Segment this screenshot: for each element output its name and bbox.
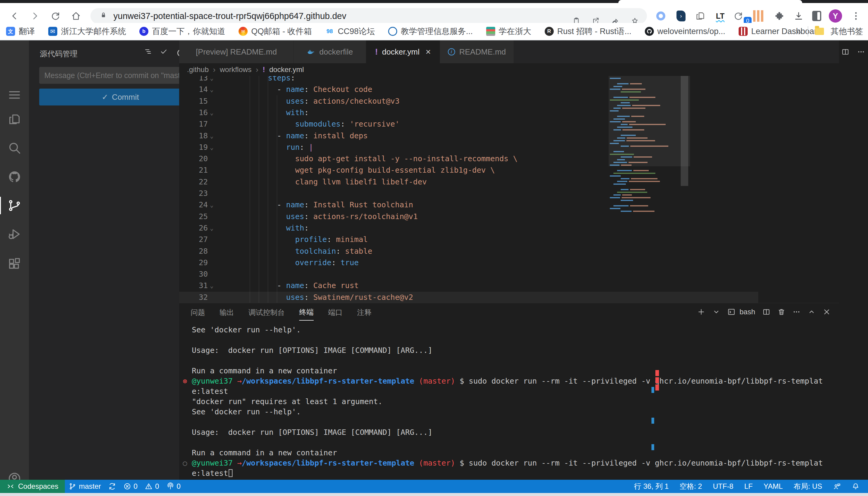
statusbar-cursor-position[interactable]: 行 36, 列 1 [634,480,669,493]
close-panel-icon[interactable] [823,308,830,316]
code-line[interactable]: clang llvm libelf1 libelf-dev [250,176,427,188]
view-as-list-icon[interactable] [144,48,152,56]
breadcrumb-item[interactable]: .github [187,65,209,74]
bookmark-rust[interactable]: RRust 招聘 - Rust语... [545,26,631,37]
extension-copy-icon[interactable] [694,9,707,22]
statusbar-problems-warnings[interactable]: 0 [141,480,163,493]
fold-chevron-icon[interactable]: ⌄ [210,199,213,211]
code-line[interactable]: - name: Cache rust [250,280,359,291]
fold-chevron-icon[interactable]: ⌄ [210,280,213,291]
shell-label[interactable]: bash [739,308,755,316]
terminal-dropdown-chevron[interactable] [713,308,720,316]
fold-chevron-icon[interactable]: ⌄ [210,130,213,142]
address-bar[interactable]: yunwei37-potential-space-trout-rpr5qwj66… [90,8,647,24]
statusbar-remote-indicator[interactable]: Codespaces [0,480,65,493]
fold-chevron-icon[interactable]: ⌄ [210,84,213,95]
statusbar-notifications[interactable] [852,480,859,493]
statusbar-feedback[interactable] [833,480,841,493]
terminal[interactable]: See 'docker run --help'.Usage: docker ru… [179,321,839,480]
tab-readme.md[interactable]: iREADME.md [440,41,514,63]
activitybar-search[interactable] [0,139,29,157]
bookmark-baidu[interactable]: b百度一下，你就知道 [139,26,225,37]
forward-button[interactable] [29,10,41,22]
statusbar-sync-item[interactable] [105,480,120,493]
back-button[interactable] [9,10,20,22]
tab-close-icon[interactable]: × [425,47,431,57]
browser-avatar[interactable]: Y [829,9,842,22]
extension-ring-icon[interactable] [654,9,668,22]
panel-tab-输出[interactable]: 输出 [220,304,234,320]
kill-terminal-icon[interactable] [778,308,785,316]
fold-chevron-icon[interactable]: ⌄ [210,107,213,119]
other-bookmarks[interactable]: 其他书签 [830,26,863,37]
code-line[interactable]: profile: minimal [250,234,368,245]
statusbar-indentation[interactable]: 空格: 2 [679,480,702,493]
code-line[interactable]: override: true [250,257,359,268]
code-line[interactable]: - name: Checkout code [250,84,372,95]
statusbar-ports-forwarded[interactable]: 0 [163,480,184,493]
split-terminal-icon[interactable] [762,308,770,316]
statusbar-encoding[interactable]: UTF-8 [713,480,733,493]
panel-tab-注释[interactable]: 注释 [357,304,372,320]
tab-docker.yml[interactable]: !docker.yml× [366,41,440,63]
extension-shield-icon[interactable]: › [674,9,688,22]
breadcrumb[interactable]: .github›workflows›!docker.yml [179,63,839,76]
sidebar-toggle-icon[interactable] [810,9,823,22]
bookmark-cc98[interactable]: 98CC98论坛 [325,26,375,37]
activitybar-run-and-debug[interactable] [0,226,29,243]
fold-chevron-icon[interactable]: ⌄ [210,142,213,153]
code-line[interactable]: with: [250,107,309,119]
breadcrumb-item[interactable]: workflows [220,65,252,74]
bookmark-zju[interactable]: 教学管理信息服务... [388,26,473,37]
fold-chevron-icon[interactable]: ⌄ [210,222,213,234]
bookmarks-overflow-chevron[interactable]: » [796,26,801,37]
extension-sync-icon[interactable] [732,9,745,22]
code-line[interactable]: uses: actions/checkout@v3 [250,95,400,107]
code-line[interactable]: toolchain: stable [250,246,372,257]
bookmark-github[interactable]: weloveinterns/op... [645,27,725,36]
statusbar-keyboard-layout[interactable]: 布局: US [793,480,822,493]
new-terminal-icon[interactable] [697,308,705,316]
code-line[interactable]: submodules: 'recursive' [250,119,400,130]
extensions-menu-icon[interactable] [773,9,786,22]
statusbar-problems-errors[interactable]: 0 [120,480,141,493]
panel-more-icon[interactable] [793,308,800,316]
downloads-icon[interactable] [792,9,805,22]
browser-active-tab-sliver[interactable] [618,0,802,3]
bookmark-zjumail[interactable]: ✉浙江大学邮件系统 [48,26,126,37]
statusbar-eol[interactable]: LF [744,480,753,493]
activitybar-source-control[interactable] [0,197,29,214]
activitybar-github[interactable] [0,168,29,186]
commit-check-icon[interactable] [160,48,168,56]
code-line[interactable]: uses: Swatinem/rust-cache@v2 [250,292,413,303]
statusbar-branch-item[interactable]: master [65,480,104,493]
commit-message-input[interactable] [39,67,201,84]
activitybar-extensions[interactable] [0,255,29,273]
extension-ammo-icon[interactable] [752,9,765,22]
code-line[interactable]: - name: install deps [250,130,368,142]
panel-tab-端口[interactable]: 端口 [328,304,343,320]
code-line[interactable]: sudo apt-get install -y --no-install-rec… [250,153,518,165]
panel-tab-调试控制台[interactable]: 调试控制台 [249,304,285,320]
breadcrumb-item[interactable]: docker.yml [269,65,304,74]
panel-tab-问题[interactable]: 问题 [191,304,205,320]
activitybar-explorer[interactable] [0,111,29,128]
code-editor[interactable]: 13⌄ steps:14⌄ - name: Checkout code15 us… [179,76,839,303]
code-line[interactable]: - name: Install Rust toolchain [250,199,413,211]
terminal-icon[interactable] [728,308,735,316]
tab--preview-readme.md[interactable]: [Preview] README.md [179,41,294,63]
code-line[interactable]: steps: [250,76,295,84]
minimap-slider[interactable] [609,76,690,166]
browser-menu-icon[interactable] [849,9,863,22]
split-editor-icon[interactable] [841,48,849,56]
editor-scrollbar[interactable] [681,76,688,186]
url-text[interactable]: yunwei37-potential-space-trout-rpr5qwj66… [114,8,346,24]
bookmark-qqmail[interactable]: ✉QQ邮箱 - 收件箱 [239,26,312,37]
panel-tab-终端[interactable]: 终端 [299,303,314,321]
reload-button[interactable] [49,10,61,22]
code-line[interactable]: wget pkg-config build-essential zlib1g-d… [250,165,495,176]
editor-more-icon[interactable] [857,48,865,56]
extension-languagetool-icon[interactable]: LT [714,9,727,22]
home-button[interactable] [70,10,82,22]
fold-chevron-icon[interactable]: ⌄ [210,76,213,84]
